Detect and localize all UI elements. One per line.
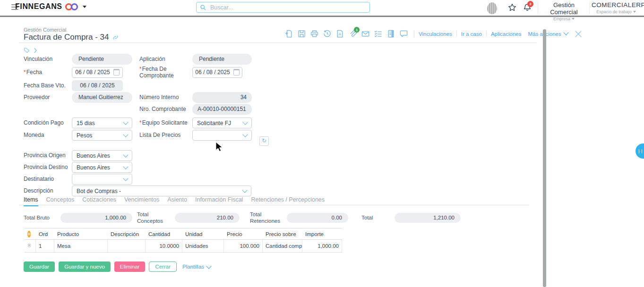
refresh-button[interactable]: ↻ bbox=[259, 136, 269, 146]
cerrar-button[interactable]: Cerrar bbox=[149, 262, 177, 272]
cell-precio[interactable]: 100.000 bbox=[224, 240, 263, 252]
cell-importe: 1,000.00 bbox=[302, 240, 342, 252]
cell-descripcion[interactable] bbox=[108, 240, 146, 252]
mas-acciones-menu[interactable]: Más acciones bbox=[528, 31, 567, 37]
chevron-right-icon[interactable] bbox=[34, 48, 37, 53]
vinculacion-status: Pendiente bbox=[72, 54, 132, 65]
condicion-pago-select[interactable]: 15 dias bbox=[72, 118, 132, 128]
header-rule bbox=[19, 42, 537, 43]
favorites-star-icon[interactable] bbox=[507, 3, 517, 12]
header-divider bbox=[538, 1, 538, 14]
form-row: *Fecha 06 / 08 / 2025 *Fecha De Comproba… bbox=[24, 66, 252, 79]
app-logo[interactable]: FINNEGANS bbox=[15, 2, 86, 11]
fingerprint-avatar-icon[interactable] bbox=[487, 2, 497, 14]
descripcion-label: Descripción bbox=[24, 187, 72, 194]
tag-icon[interactable] bbox=[24, 47, 30, 53]
vertical-scrollbar[interactable] bbox=[543, 29, 546, 287]
new-document-icon[interactable] bbox=[284, 29, 293, 38]
cell-cantidad[interactable]: 10.0000 bbox=[146, 240, 182, 252]
form-row: Proveedor Manuel Guitierrez Número Inter… bbox=[24, 92, 252, 103]
guardar-y-nuevo-button[interactable]: Guardar y nuevo bbox=[59, 262, 111, 272]
close-icon[interactable] bbox=[575, 30, 582, 38]
fecha-input[interactable]: 06 / 08 / 2025 bbox=[72, 67, 123, 78]
add-row-button[interactable]: + bbox=[27, 231, 31, 237]
destinatario-select[interactable] bbox=[72, 174, 132, 185]
company-selector[interactable]: Gestión Comercial Empresa bbox=[541, 1, 586, 21]
attachments-icon[interactable]: 1 bbox=[348, 29, 357, 38]
svg-text:A: A bbox=[338, 32, 341, 36]
header-divider bbox=[589, 1, 590, 14]
aplicaciones-link[interactable]: Aplicaciones bbox=[491, 31, 522, 37]
logo-caret-icon[interactable] bbox=[83, 6, 86, 8]
breadcrumb: Gestión Comercial bbox=[24, 27, 66, 33]
logo-text: FINNEGANS bbox=[15, 2, 62, 11]
document-toolbar: A 1 Vinculaciones Ir a caso Aplicaciones… bbox=[284, 29, 582, 38]
chevron-down-icon bbox=[123, 119, 128, 125]
provincia-destino-label: Provincia Destino bbox=[24, 164, 72, 170]
col-producto: Producto bbox=[54, 231, 108, 237]
fecha-comprobante-input[interactable]: 06 / 08 / 2025 bbox=[192, 67, 242, 78]
workspace-selector[interactable]: COMERCIALERP Espacio de trabajo bbox=[592, 1, 641, 14]
delete-row-button[interactable]: ✕ bbox=[27, 243, 31, 248]
quick-tag-actions bbox=[24, 47, 37, 53]
col-descripcion: Descripción bbox=[108, 231, 146, 237]
print-icon[interactable] bbox=[310, 29, 319, 38]
form-row: Nro. Comprobante A-00010-00000151 bbox=[24, 104, 252, 115]
workspace-name: COMERCIALERP bbox=[592, 1, 641, 8]
calendar-icon[interactable] bbox=[113, 69, 120, 76]
chevron-down-icon bbox=[123, 152, 128, 157]
ir-a-caso-link[interactable]: Ir a caso bbox=[461, 31, 482, 37]
col-cantidad: Cantidad bbox=[146, 231, 182, 237]
provincia-origen-label: Provincia Origen bbox=[24, 152, 72, 159]
history-icon[interactable] bbox=[323, 29, 332, 38]
notification-badge: 3 bbox=[527, 1, 533, 7]
provincia-destino-select[interactable]: Buenos Aires bbox=[72, 162, 132, 173]
journal-icon[interactable] bbox=[386, 29, 395, 38]
items-table-header: + Ord Producto Descripción Cantidad Unid… bbox=[25, 228, 342, 240]
col-ord: Ord bbox=[36, 231, 54, 237]
equipo-solicitante-select[interactable]: Solicitante FJ bbox=[192, 118, 252, 128]
chevron-down-icon bbox=[242, 187, 247, 193]
chevron-down-icon bbox=[242, 132, 248, 137]
side-panel-pull-tab[interactable] bbox=[635, 144, 644, 159]
global-search[interactable] bbox=[196, 2, 370, 13]
company-name: Gestión Comercial bbox=[541, 1, 586, 16]
lista-precios-select[interactable] bbox=[192, 130, 252, 141]
totals-bar: Total Bruto 1,000.00 Total Conceptos 210… bbox=[24, 211, 461, 225]
cell-unidad[interactable]: Unidades bbox=[182, 240, 224, 252]
numero-interno-value: 34 bbox=[192, 92, 252, 103]
descripcion-input[interactable]: Bot de Compras - bbox=[72, 186, 251, 196]
save-icon[interactable] bbox=[297, 29, 306, 38]
fecha-comprobante-label: *Fecha De Comprobante bbox=[139, 66, 192, 79]
fecha-base-vto-label: Fecha Base Vto. bbox=[24, 82, 72, 89]
plantillas-menu[interactable]: Plantillas bbox=[182, 264, 211, 270]
search-input[interactable] bbox=[209, 4, 369, 11]
cell-precio-sobre[interactable]: Cantidad compra bbox=[263, 240, 302, 252]
checklist-icon[interactable] bbox=[374, 29, 383, 38]
total-label: Total bbox=[361, 215, 395, 221]
comments-icon[interactable] bbox=[399, 29, 408, 38]
form-row: Fecha Base Vto. 06 / 08 / 2025 bbox=[24, 80, 133, 91]
nro-comprobante-label: Nro. Comprobante bbox=[139, 106, 192, 112]
total-bruto-value: 1,000.00 bbox=[60, 213, 132, 223]
chevron-down-icon bbox=[206, 263, 211, 269]
aplicacion-status: Pendiente bbox=[192, 54, 252, 65]
calendar-icon[interactable] bbox=[233, 69, 240, 76]
tabs-rule bbox=[19, 205, 529, 205]
moneda-label: Moneda bbox=[24, 132, 72, 138]
eliminar-button[interactable]: Eliminar bbox=[114, 262, 146, 272]
condicion-pago-label: Condición Pago bbox=[24, 119, 72, 126]
email-icon[interactable] bbox=[361, 29, 370, 38]
vinculaciones-link[interactable]: Vinculaciones bbox=[419, 31, 452, 37]
proveedor-value[interactable]: Manuel Guitierrez bbox=[72, 92, 132, 103]
guardar-button[interactable]: Guardar bbox=[24, 262, 55, 272]
moneda-select[interactable]: Pesos bbox=[72, 130, 132, 141]
col-precio-sobre: Precio sobre bbox=[263, 231, 302, 237]
provincia-origen-select[interactable]: Buenos Aires bbox=[72, 150, 132, 161]
chevron-down-icon bbox=[123, 164, 128, 169]
export-pdf-icon[interactable]: A bbox=[335, 29, 344, 38]
notifications-bell-icon[interactable]: 3 bbox=[523, 3, 532, 14]
cell-producto[interactable]: Mesa bbox=[54, 240, 108, 252]
nro-comprobante-value: A-00010-00000151 bbox=[192, 104, 252, 115]
link-icon[interactable] bbox=[112, 34, 119, 41]
